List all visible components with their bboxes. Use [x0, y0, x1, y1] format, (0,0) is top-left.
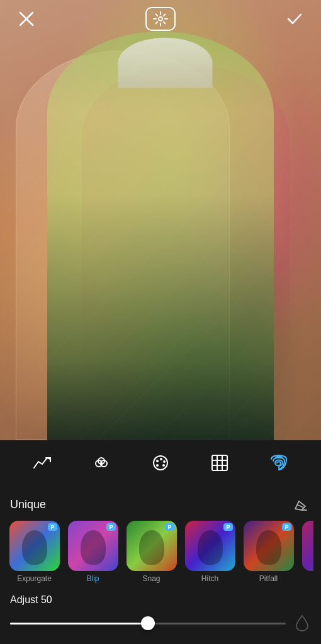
close-button[interactable] [13, 5, 40, 33]
thumb-face [22, 530, 47, 565]
thumb-face-snag [139, 530, 164, 565]
slider-row [10, 614, 311, 632]
svg-point-19 [156, 464, 159, 467]
svg-line-9 [164, 14, 166, 16]
svg-point-17 [163, 460, 166, 463]
filter-thumb-extra: P [302, 521, 314, 571]
filter-thumb-snag: P [127, 521, 177, 571]
pro-badge-pitfall: P [282, 523, 291, 531]
filter-name-pitfall: Pitfall [259, 574, 278, 583]
palette-tool-button[interactable] [145, 448, 176, 478]
pro-badge-snag: P [165, 523, 174, 531]
slider-thumb[interactable] [141, 616, 155, 630]
svg-line-10 [156, 22, 158, 24]
thumb-face-blip [81, 530, 106, 565]
filter-item-extra[interactable]: P [300, 521, 313, 583]
unique-section: Unique P Expurgate P Blip [0, 491, 321, 588]
filter-item-snag[interactable]: P Snag [125, 521, 178, 583]
overlay-tool-button[interactable] [205, 448, 235, 478]
sketch-texture-overlay [0, 0, 321, 440]
adjust-label: Adjust 50 [10, 594, 311, 606]
filters-row: P Expurgate P Blip P Snag P [8, 521, 313, 588]
filter-item-blip[interactable]: P Blip [66, 521, 120, 583]
filter-item-hitch[interactable]: P Hitch [183, 521, 237, 583]
svg-point-15 [156, 460, 159, 462]
svg-point-2 [159, 17, 162, 21]
filter-name-blip: Blip [86, 574, 99, 583]
thumb-face-pitfall [256, 530, 281, 565]
slider-fill [10, 623, 148, 625]
bottom-toolbar [0, 440, 321, 491]
svg-point-18 [162, 464, 165, 467]
filter-thumb-pitfall: P [244, 521, 294, 571]
slider-track[interactable] [10, 623, 286, 625]
svg-line-7 [156, 14, 158, 16]
top-bar [0, 0, 321, 38]
filter-thumb-blip: P [68, 521, 118, 571]
svg-line-8 [164, 22, 166, 24]
filter-item-pitfall[interactable]: P Pitfall [242, 521, 295, 583]
filter-name-hitch: Hitch [201, 574, 218, 583]
filter-thumb-hitch: P [185, 521, 235, 571]
pro-badge: P [48, 523, 57, 531]
effects-tool-button[interactable] [86, 448, 116, 478]
svg-line-25 [298, 505, 304, 508]
fingerprint-tool-button[interactable] [264, 448, 294, 478]
unique-title: Unique [10, 498, 46, 511]
water-drop-icon [293, 614, 311, 632]
confirm-button[interactable] [281, 5, 308, 33]
unique-header: Unique [8, 491, 313, 521]
filter-thumb-expurgate: P [9, 521, 60, 571]
thumb-face-hitch [198, 530, 223, 565]
adjust-section: Adjust 50 [0, 588, 321, 644]
pro-badge-blip: P [106, 523, 115, 531]
filter-item-expurgate[interactable]: P Expurgate [8, 521, 61, 583]
eraser-button[interactable] [291, 494, 311, 514]
settings-button[interactable] [145, 7, 176, 31]
curve-tool-button[interactable] [27, 448, 57, 478]
svg-point-16 [160, 458, 162, 460]
svg-rect-20 [212, 455, 227, 470]
pro-badge-hitch: P [223, 523, 232, 531]
filter-name-snag: Snag [142, 574, 160, 583]
filter-name-expurgate: Expurgate [17, 574, 52, 583]
tool-icons-row [0, 448, 321, 478]
main-image [0, 0, 321, 440]
